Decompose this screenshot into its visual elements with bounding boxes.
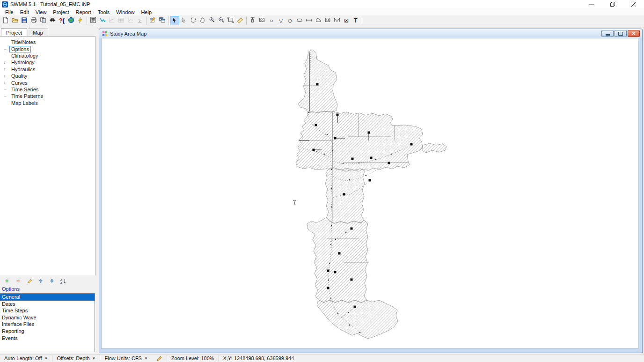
map-junction-node[interactable]	[324, 154, 325, 155]
map-junction-node[interactable]	[331, 225, 332, 226]
tree-expand-icon[interactable]	[4, 80, 10, 85]
map-close-button[interactable]: ✕	[628, 30, 640, 37]
map-junction-node[interactable]	[335, 239, 336, 240]
tree-expand-icon[interactable]	[4, 66, 10, 72]
map-junction-node[interactable]	[337, 313, 338, 314]
map-subcatchment[interactable]	[423, 143, 446, 153]
map-node[interactable]	[351, 228, 353, 230]
map-subcatchment[interactable]	[298, 50, 337, 113]
select-region-button[interactable]	[189, 16, 198, 25]
map-junction-node[interactable]	[308, 112, 309, 113]
map-node[interactable]	[388, 162, 390, 164]
sort-button[interactable]: AZ	[60, 278, 67, 286]
tree-expand-icon[interactable]	[4, 94, 10, 99]
map-node[interactable]	[334, 271, 337, 273]
add-pump-button[interactable]	[314, 16, 323, 25]
add-outfall-button[interactable]: ▽	[276, 16, 285, 25]
add-conduit-button[interactable]	[304, 16, 314, 25]
select-vertex-button[interactable]	[179, 16, 189, 25]
tree-item[interactable]: Time Patterns	[0, 93, 95, 99]
move-down-button[interactable]	[49, 278, 56, 286]
add-raingage-button[interactable]	[248, 16, 257, 25]
tree-expand-icon[interactable]	[4, 53, 10, 58]
add-orifice-button[interactable]	[323, 16, 332, 25]
arrange-windows-button[interactable]	[157, 16, 167, 25]
new-file-button[interactable]	[1, 16, 10, 25]
list-item[interactable]: Reporting	[0, 328, 95, 335]
profile-plot-button[interactable]	[98, 16, 107, 25]
map-subcatchment[interactable]	[307, 217, 368, 303]
zoom-in-button[interactable]	[207, 16, 217, 25]
menu-item[interactable]: Project	[50, 9, 72, 15]
print-button[interactable]	[29, 16, 38, 25]
tree-item[interactable]: Map Labels	[0, 100, 95, 106]
map-junction-node[interactable]	[329, 263, 330, 264]
measure-button[interactable]	[235, 16, 245, 25]
map-junction-node[interactable]	[359, 332, 360, 333]
map-node[interactable]	[354, 306, 356, 308]
window-minimize-button[interactable]	[581, 0, 602, 8]
map-node[interactable]	[410, 143, 413, 146]
study-area-map-canvas[interactable]	[101, 38, 638, 349]
tree-expand-icon[interactable]	[4, 87, 10, 92]
save-file-button[interactable]	[20, 16, 29, 25]
map-node[interactable]	[370, 157, 373, 159]
find-button[interactable]	[48, 16, 57, 25]
map-junction-node[interactable]	[366, 175, 366, 176]
map-junction-node[interactable]	[328, 280, 329, 281]
map-node[interactable]	[369, 179, 371, 182]
study-area-map[interactable]	[102, 38, 638, 349]
map-node[interactable]	[327, 287, 329, 289]
list-item[interactable]: Events	[0, 335, 95, 342]
map-raingage-symbol[interactable]	[293, 200, 296, 204]
menu-item[interactable]: Help	[138, 9, 155, 15]
tree-item[interactable]: Options	[0, 45, 95, 52]
map-junction-node[interactable]	[331, 207, 332, 207]
tree-expand-icon[interactable]	[4, 60, 10, 65]
graph-button[interactable]	[107, 16, 117, 25]
map-junction-node[interactable]	[343, 163, 344, 164]
summary-button[interactable]: Σ	[135, 16, 145, 25]
tree-item[interactable]: Time Series	[0, 86, 95, 93]
delete-button[interactable]	[15, 278, 22, 286]
map-junction-node[interactable]	[345, 232, 346, 233]
overview-map-button[interactable]	[66, 16, 76, 25]
tab-project[interactable]: Project	[1, 28, 27, 36]
map-node[interactable]	[315, 124, 317, 126]
menu-item[interactable]: Window	[113, 9, 138, 15]
full-extent-button[interactable]	[226, 16, 235, 25]
map-junction-node[interactable]	[330, 244, 331, 245]
menu-item[interactable]: Report	[73, 9, 95, 15]
map-junction-node[interactable]	[375, 159, 376, 160]
map-node[interactable]	[343, 193, 345, 196]
window-restore-button[interactable]	[602, 0, 623, 8]
menu-item[interactable]: File	[2, 9, 17, 15]
add-outlet-button[interactable]: ⊠	[342, 16, 351, 25]
list-item[interactable]: Time Steps	[0, 307, 95, 314]
menu-item[interactable]: View	[32, 9, 50, 15]
query-button[interactable]: ?{	[57, 16, 66, 25]
tree-item[interactable]: Climatology	[0, 52, 95, 59]
map-junction-node[interactable]	[331, 169, 332, 170]
map-junction-node[interactable]	[348, 312, 349, 313]
auto-length-selector[interactable]: Auto-Length: Off ▼	[0, 355, 52, 362]
map-junction-node[interactable]	[391, 154, 392, 155]
add-subcatchment-button[interactable]	[257, 16, 267, 25]
map-node[interactable]	[368, 132, 370, 134]
map-junction-node[interactable]	[349, 179, 350, 180]
window-close-button[interactable]	[623, 0, 644, 8]
status-report-button[interactable]	[88, 16, 98, 25]
map-subcatchment[interactable]	[317, 300, 398, 339]
select-object-button[interactable]	[170, 16, 179, 25]
map-restore-button[interactable]	[615, 30, 627, 37]
map-node[interactable]	[313, 149, 315, 151]
study-area-map-titlebar[interactable]: Study Area Map	[99, 29, 642, 38]
add-weir-button[interactable]	[332, 16, 342, 25]
add-storage-button[interactable]	[295, 16, 304, 25]
add-junction-button[interactable]: ○	[267, 16, 276, 25]
tree-item[interactable]: Quality	[0, 73, 95, 79]
open-file-button[interactable]	[10, 16, 20, 25]
menu-item[interactable]: Tools	[95, 9, 113, 15]
statistics-button[interactable]	[126, 16, 135, 25]
flow-units-selector[interactable]: Flow Units: CFS ▼	[100, 355, 152, 362]
